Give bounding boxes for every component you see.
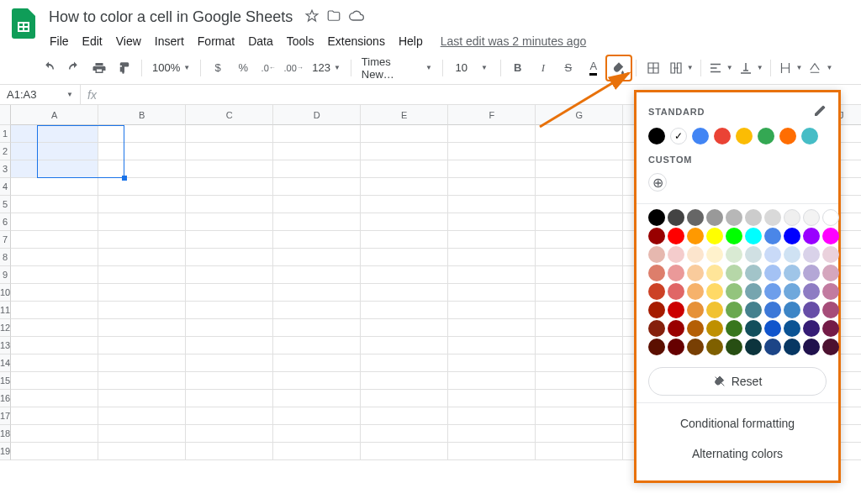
cell[interactable] — [273, 425, 361, 443]
cell[interactable] — [186, 231, 273, 249]
palette-swatch[interactable] — [745, 209, 762, 226]
select-all-corner[interactable] — [0, 105, 11, 125]
cell[interactable] — [273, 354, 361, 372]
palette-swatch[interactable] — [784, 246, 800, 263]
palette-swatch[interactable] — [784, 302, 800, 318]
zoom-dropdown[interactable]: 100%▼ — [147, 56, 195, 80]
palette-swatch[interactable] — [784, 283, 800, 300]
palette-swatch[interactable] — [784, 209, 800, 226]
cell[interactable] — [273, 284, 361, 302]
palette-swatch[interactable] — [648, 339, 665, 355]
cell[interactable] — [536, 249, 623, 266]
menu-tools[interactable]: Tools — [281, 31, 320, 51]
text-color-button[interactable]: A — [582, 56, 605, 80]
cell[interactable] — [186, 337, 273, 354]
cell[interactable] — [273, 213, 361, 231]
color-swatch-green[interactable] — [758, 128, 774, 144]
palette-swatch[interactable] — [784, 228, 800, 244]
row-header[interactable]: 4 — [0, 178, 11, 196]
palette-swatch[interactable] — [745, 320, 762, 337]
palette-swatch[interactable] — [706, 265, 723, 281]
palette-swatch[interactable] — [706, 320, 723, 337]
cell[interactable] — [11, 425, 98, 443]
palette-swatch[interactable] — [745, 228, 762, 244]
text-rotation-dropdown[interactable]: ▼ — [806, 56, 834, 80]
palette-swatch[interactable] — [803, 265, 820, 281]
palette-swatch[interactable] — [726, 320, 742, 337]
cell[interactable] — [273, 407, 361, 425]
palette-swatch[interactable] — [668, 339, 684, 355]
palette-swatch[interactable] — [668, 209, 684, 226]
cell[interactable] — [448, 354, 536, 372]
borders-button[interactable] — [642, 56, 665, 80]
palette-swatch[interactable] — [822, 228, 839, 244]
cell[interactable] — [186, 213, 273, 231]
move-icon[interactable] — [326, 8, 341, 26]
cell[interactable] — [536, 354, 623, 372]
edit-icon[interactable] — [813, 104, 827, 119]
print-button[interactable] — [87, 56, 111, 80]
palette-swatch[interactable] — [706, 246, 723, 263]
column-header[interactable]: D — [273, 105, 361, 125]
row-header[interactable]: 16 — [0, 390, 11, 407]
palette-swatch[interactable] — [726, 246, 742, 263]
palette-swatch[interactable] — [706, 209, 723, 226]
cell[interactable] — [361, 125, 448, 143]
cell[interactable] — [98, 213, 186, 231]
palette-swatch[interactable] — [764, 302, 781, 318]
vertical-align-dropdown[interactable]: ▼ — [737, 56, 765, 80]
cell[interactable] — [536, 213, 623, 231]
cell[interactable] — [361, 337, 448, 354]
cell[interactable] — [448, 231, 536, 249]
palette-swatch[interactable] — [668, 302, 684, 318]
palette-swatch[interactable] — [764, 265, 781, 281]
menu-insert[interactable]: Insert — [149, 31, 190, 51]
cell[interactable] — [273, 160, 361, 178]
cell[interactable] — [361, 372, 448, 390]
increase-decimal-button[interactable]: .00→ — [282, 56, 305, 80]
palette-swatch[interactable] — [822, 283, 839, 300]
cell[interactable] — [186, 249, 273, 266]
row-header[interactable]: 11 — [0, 302, 11, 319]
cell[interactable] — [273, 178, 361, 196]
palette-swatch[interactable] — [764, 339, 781, 355]
palette-swatch[interactable] — [764, 209, 781, 226]
color-swatch-blue[interactable] — [692, 128, 709, 144]
row-header[interactable]: 13 — [0, 337, 11, 354]
palette-swatch[interactable] — [687, 283, 704, 300]
bold-button[interactable]: B — [506, 56, 530, 80]
cell[interactable] — [186, 390, 273, 407]
row-header[interactable]: 5 — [0, 196, 11, 213]
cell[interactable] — [448, 160, 536, 178]
row-header[interactable]: 6 — [0, 213, 11, 231]
palette-swatch[interactable] — [668, 246, 684, 263]
palette-swatch[interactable] — [822, 320, 839, 337]
cell[interactable] — [536, 284, 623, 302]
cell[interactable] — [186, 354, 273, 372]
paint-format-button[interactable] — [113, 56, 136, 80]
palette-swatch[interactable] — [706, 283, 723, 300]
cell[interactable] — [273, 125, 361, 143]
cell[interactable] — [186, 266, 273, 284]
row-header[interactable]: 19 — [0, 443, 11, 460]
cell[interactable] — [536, 443, 623, 460]
row-header[interactable]: 8 — [0, 249, 11, 266]
cell[interactable] — [448, 213, 536, 231]
column-header[interactable]: G — [536, 105, 623, 125]
conditional-formatting-link[interactable]: Conditional formatting — [648, 408, 827, 438]
palette-swatch[interactable] — [706, 228, 723, 244]
cell[interactable] — [186, 425, 273, 443]
menu-extensions[interactable]: Extensions — [321, 31, 390, 51]
cell[interactable] — [98, 337, 186, 354]
palette-swatch[interactable] — [764, 246, 781, 263]
color-swatch-orange[interactable] — [779, 128, 796, 144]
cell[interactable] — [273, 143, 361, 160]
cell[interactable] — [448, 390, 536, 407]
cell[interactable] — [11, 196, 98, 213]
row-header[interactable]: 18 — [0, 425, 11, 443]
palette-swatch[interactable] — [726, 339, 742, 355]
cell[interactable] — [448, 266, 536, 284]
cell[interactable] — [98, 390, 186, 407]
palette-swatch[interactable] — [745, 265, 762, 281]
palette-swatch[interactable] — [745, 339, 762, 355]
